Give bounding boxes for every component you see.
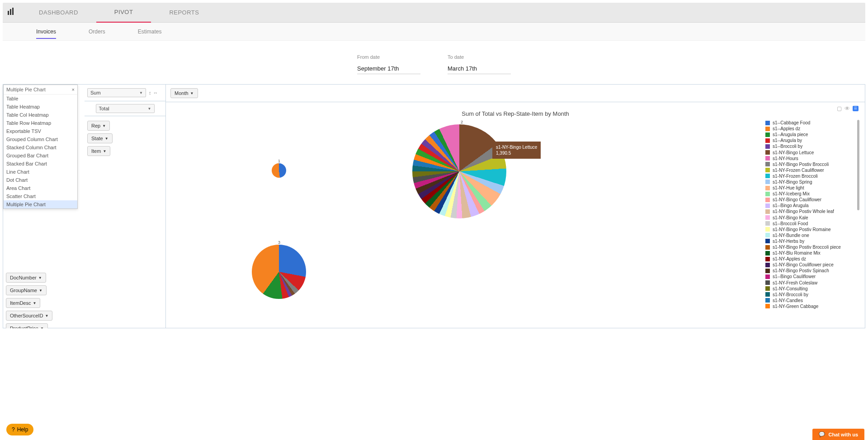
pie-2[interactable] [412, 124, 506, 218]
chart-type-option[interactable]: Grouped Column Chart [4, 135, 77, 143]
legend-item[interactable]: s1-NY-Frozen Cauliflower [765, 167, 856, 173]
aggregator-select[interactable]: Sum▼ [87, 88, 146, 97]
legend-item[interactable]: s1-NY-Hours [765, 156, 856, 161]
row-dim-rep[interactable]: Rep▼ [87, 121, 110, 131]
legend-item[interactable]: s1-NY-Frozen Broccoli [765, 173, 856, 179]
legend-item[interactable]: s1--Bingo Cauliflower [765, 274, 856, 279]
legend-label: s1-NY-Consulting [773, 286, 807, 291]
close-icon[interactable]: × [72, 87, 75, 92]
chart-type-option[interactable]: Table Heatmap [4, 103, 77, 111]
legend-item[interactable]: s1-NY-Bingo Couliflower piece [765, 262, 856, 268]
legend-label: s1-NY-Bingo Postiv Broccoli piece [773, 245, 841, 250]
legend-item[interactable]: s1-NY-Bingo Postiv Whole leaf [765, 208, 856, 214]
legend-item[interactable]: s1--Bingo Arugula [765, 203, 856, 208]
legend-label: s1-NY-Hue light [773, 185, 804, 190]
legend-label: s1--Arugula by [773, 138, 802, 143]
legend-label: s1-NY-Frozen Broccoli [773, 174, 818, 179]
chart-type-option[interactable]: Scatter Chart [4, 192, 77, 200]
row-dim-item[interactable]: Item▼ [87, 146, 110, 156]
legend-item[interactable]: s1-NY-Blu Romaine case [765, 309, 856, 310]
tab-dashboard[interactable]: DASHBOARD [21, 3, 96, 23]
legend-item[interactable]: s1-NY-Green Cabbage [765, 303, 856, 309]
field-pill[interactable]: DocNumber▼ [6, 273, 46, 283]
row-dim-state[interactable]: State▼ [87, 133, 113, 143]
chart-type-option[interactable]: Line Chart [4, 168, 77, 176]
legend-item[interactable]: s1-NY-Blu Romaine Mix [765, 250, 856, 256]
legend-item[interactable]: s1-NY-Bingo Spring [765, 179, 856, 185]
chart-type-option[interactable]: Area Chart [4, 184, 77, 192]
chart-tooltip: s1-NY-Bingo Lettuce 1,390.5 [492, 142, 541, 159]
legend-label: s1-NY-Bingo Postiv Spinach [773, 268, 829, 273]
legend-label: s1-NY-Candles [773, 298, 803, 303]
chart-type-option[interactable]: Stacked Column Chart [4, 143, 77, 151]
chart-title: Sum of Total vs Rep-State-Item by Month [166, 102, 865, 120]
legend-item[interactable]: s1-NY-Bingo Postiv Broccoli piece [765, 244, 856, 250]
legend-swatch [765, 144, 770, 149]
subtab-invoices[interactable]: Invoices [20, 23, 72, 41]
chart-type-option[interactable]: Grouped Bar Chart [4, 151, 77, 160]
field-pill[interactable]: OtherSourceID▼ [6, 311, 52, 321]
legend-swatch [765, 186, 770, 190]
legend-swatch [765, 286, 770, 291]
chart-type-option[interactable]: Stacked Bar Chart [4, 160, 77, 168]
legend-item[interactable]: s1-NY-Apples dz [765, 256, 856, 262]
tab-pivot[interactable]: PIVOT [96, 3, 151, 23]
chart-canvas[interactable]: 1 2 s1-NY-Bingo Lettuce 1,390.5 3 [175, 120, 765, 319]
pie-3[interactable] [252, 245, 306, 299]
sort-horiz-icon[interactable]: ↔ [153, 90, 158, 95]
legend-item[interactable]: s1-NY-Bingo Postiv Spinach [765, 268, 856, 274]
legend-swatch [765, 304, 770, 308]
col-dim-month[interactable]: Month▼ [170, 88, 198, 98]
to-date-label: To date [448, 54, 511, 60]
date-range: From date September 17th To date March 1… [3, 41, 865, 84]
legend-item[interactable]: s1-NY-Bingo Lettuce [765, 149, 856, 155]
tab-reports[interactable]: REPORTS [151, 3, 217, 23]
field-pill[interactable]: GroupName▼ [6, 285, 47, 295]
chart-type-option[interactable]: Multiple Pie Chart [4, 200, 77, 208]
eye-icon[interactable]: 👁 [844, 105, 850, 112]
legend-item[interactable]: s1-NY-Bingo Kale [765, 215, 856, 221]
field-pill[interactable]: ItemDesc▼ [6, 298, 40, 308]
legend-item[interactable]: s1-NY-Herbs by [765, 238, 856, 244]
camera-icon[interactable]: ▢ [837, 105, 842, 112]
legend-item[interactable]: s1-NY-Iceberg Mix [765, 191, 856, 197]
chart-type-option[interactable]: Dot Chart [4, 176, 77, 184]
legend-item[interactable]: s1--Cabbage Food [765, 120, 856, 126]
chart-type-option[interactable]: Exportable TSV [4, 127, 77, 135]
to-date-input[interactable]: March 17th [448, 65, 511, 74]
subtab-orders[interactable]: Orders [72, 23, 122, 41]
legend-item[interactable]: s1-NY-Hue light [765, 185, 856, 191]
legend-swatch [765, 257, 770, 261]
legend-swatch [765, 269, 770, 273]
legend-item[interactable]: s1-NY-Candles [765, 298, 856, 303]
legend-item[interactable]: s1--Broccoli Food [765, 221, 856, 227]
subtab-estimates[interactable]: Estimates [122, 23, 178, 41]
legend-item[interactable]: s1-NY-Bingo Cauliflower [765, 197, 856, 203]
legend-item[interactable]: s1--Apples dz [765, 126, 856, 132]
chart-type-dropdown[interactable]: Multiple Pie Chart × TableTable HeatmapT… [3, 85, 78, 209]
legend-item[interactable]: s1-NY-Bingo Postiv Romaine [765, 227, 856, 232]
legend-label: s1-NY-Bingo Couliflower piece [773, 262, 834, 267]
chart-type-option[interactable]: Table Col Heatmap [4, 111, 77, 119]
legend-swatch [765, 239, 770, 243]
legend-swatch [765, 292, 770, 297]
legend-item[interactable]: s1--Broccoli by [765, 143, 856, 149]
legend-item[interactable]: s1-NY-Consulting [765, 286, 856, 292]
legend-label: s1-NY-Bingo Postiv Broccoli [773, 162, 829, 167]
legend-item[interactable]: s1--Arugula piece [765, 132, 856, 137]
legend-item[interactable]: s1--Arugula by [765, 137, 856, 143]
aggregator-value-select[interactable]: Total▼ [96, 104, 155, 113]
chart-type-option[interactable]: Table [4, 95, 77, 103]
legend-item[interactable]: s1-NY-Fresh Coleslaw [765, 280, 856, 286]
chart-type-option[interactable]: Table Row Heatmap [4, 119, 77, 127]
field-pill[interactable]: ProductPrice▼ [6, 323, 48, 328]
plotly-badge[interactable]: ⠿ [853, 106, 859, 111]
pie-1[interactable] [272, 163, 286, 178]
legend-item[interactable]: s1-NY-Bingo Postiv Broccoli [765, 161, 856, 167]
legend-item[interactable]: s1-NY-Bundle one [765, 232, 856, 238]
sort-vert-icon[interactable]: ↕ [149, 90, 151, 95]
legend-swatch [765, 138, 770, 143]
legend-item[interactable]: s1-NY-Broccoli by [765, 292, 856, 298]
from-date-input[interactable]: September 17th [357, 65, 420, 74]
legend-scrollbar[interactable] [857, 120, 859, 210]
